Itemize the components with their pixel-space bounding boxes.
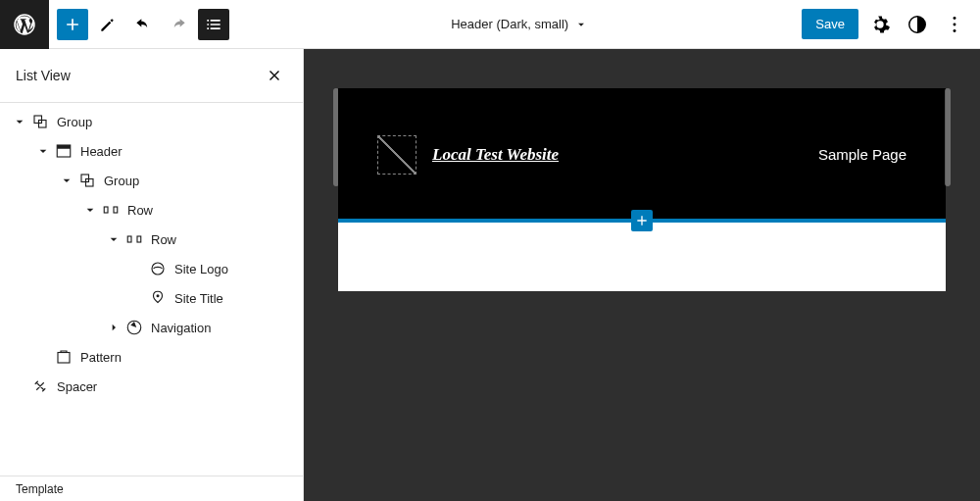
svg-point-4: [954, 28, 956, 31]
undo-icon: [133, 15, 153, 34]
tree-toggle[interactable]: [80, 200, 100, 220]
options-button[interactable]: [939, 9, 970, 40]
block-insertion-line[interactable]: [338, 219, 946, 223]
tree-toggle[interactable]: [10, 112, 29, 131]
tree-toggle[interactable]: [104, 229, 123, 249]
svg-rect-13: [127, 236, 131, 242]
block-inserter-button[interactable]: [57, 9, 88, 40]
tree-toggle: [127, 259, 147, 278]
tree-item-label: Row: [127, 203, 153, 218]
svg-rect-12: [114, 207, 118, 213]
styles-icon: [906, 14, 928, 35]
svg-rect-11: [104, 207, 108, 213]
list-view-button[interactable]: [198, 9, 229, 40]
svg-point-2: [954, 17, 956, 20]
pencil-icon: [98, 15, 118, 34]
tree-item-label: Group: [57, 115, 92, 129]
tree-item-label: Group: [104, 174, 139, 188]
tree-item-pattern[interactable]: Pattern: [0, 342, 303, 372]
svg-rect-14: [137, 236, 141, 242]
more-vertical-icon: [944, 14, 965, 35]
svg-rect-8: [57, 145, 71, 149]
tree-toggle: [10, 376, 29, 396]
editor-canvas[interactable]: Local Test Website Sample Page: [338, 88, 946, 291]
tree-item-label: Pattern: [80, 350, 122, 365]
tree-item-site-title[interactable]: Site Title: [0, 283, 303, 313]
tree-item-site-logo[interactable]: Site Logo: [0, 254, 303, 283]
tree-item-row[interactable]: Row: [0, 195, 303, 225]
row-icon: [100, 201, 122, 219]
list-view-title: List View: [16, 68, 71, 83]
site-title-block[interactable]: Local Test Website: [432, 145, 559, 165]
svg-rect-9: [81, 175, 89, 182]
close-icon: [266, 67, 283, 84]
tree-toggle: [33, 347, 53, 367]
tree-item-label: Site Logo: [174, 262, 228, 276]
svg-rect-6: [39, 121, 47, 128]
tree-item-group[interactable]: Group: [0, 107, 303, 136]
group-icon: [76, 172, 98, 189]
svg-rect-5: [34, 116, 42, 124]
scroll-indicator: [945, 88, 951, 186]
gear-icon: [869, 14, 891, 35]
tree-item-spacer[interactable]: Spacer: [0, 372, 303, 401]
tree-item-label: Header: [80, 144, 122, 159]
tree-item-navigation[interactable]: Navigation: [0, 313, 303, 342]
undo-button[interactable]: [127, 9, 159, 40]
redo-icon: [169, 15, 188, 34]
wp-logo-button[interactable]: [0, 0, 49, 49]
pattern-icon: [53, 348, 74, 366]
svg-rect-10: [86, 179, 94, 187]
list-view-panel: List View GroupHeaderGroupRowRowSite Log…: [0, 49, 304, 501]
block-tree: GroupHeaderGroupRowRowSite LogoSite Titl…: [0, 102, 303, 476]
tree-item-label: Site Title: [174, 291, 223, 306]
navigation-item[interactable]: Sample Page: [818, 146, 906, 163]
tree-item-header[interactable]: Header: [0, 136, 303, 166]
wordpress-icon: [13, 13, 36, 36]
close-list-view-button[interactable]: [262, 63, 287, 88]
template-selector[interactable]: Header (Dark, small): [237, 17, 802, 31]
redo-button[interactable]: [163, 9, 194, 40]
tree-item-row[interactable]: Row: [0, 225, 303, 254]
template-name: Header (Dark, small): [451, 17, 568, 31]
settings-button[interactable]: [864, 9, 896, 40]
tree-item-group[interactable]: Group: [0, 166, 303, 195]
tree-toggle[interactable]: [57, 171, 76, 190]
spacer-icon: [29, 377, 51, 395]
breadcrumb[interactable]: Template: [0, 476, 303, 501]
save-button[interactable]: Save: [802, 9, 858, 39]
plus-icon: [634, 213, 650, 228]
svg-point-3: [954, 23, 956, 25]
tree-toggle: [127, 288, 147, 308]
row-icon: [123, 230, 145, 248]
svg-rect-18: [58, 353, 70, 364]
sitetitle-icon: [147, 289, 169, 307]
editor-canvas-area: Local Test Website Sample Page: [304, 49, 980, 501]
tree-item-label: Navigation: [151, 321, 211, 335]
inline-inserter-button[interactable]: [631, 210, 653, 231]
content-area[interactable]: [338, 223, 946, 291]
group-icon: [29, 113, 51, 130]
tree-toggle[interactable]: [33, 141, 53, 161]
plus-icon: [63, 15, 82, 34]
tools-button[interactable]: [92, 9, 123, 40]
site-logo-placeholder[interactable]: [377, 135, 416, 175]
tree-item-label: Row: [151, 232, 176, 247]
chevron-down-icon: [574, 18, 588, 31]
tree-item-label: Spacer: [57, 379, 97, 394]
sitelogo-icon: [147, 260, 169, 277]
tree-toggle[interactable]: [104, 318, 123, 337]
header-block[interactable]: Local Test Website Sample Page: [338, 88, 946, 221]
navigation-icon: [123, 319, 145, 336]
styles-button[interactable]: [902, 9, 933, 40]
svg-point-16: [157, 294, 160, 297]
list-view-icon: [204, 15, 223, 34]
top-toolbar: Header (Dark, small) Save: [0, 0, 980, 49]
header-icon: [53, 142, 74, 160]
